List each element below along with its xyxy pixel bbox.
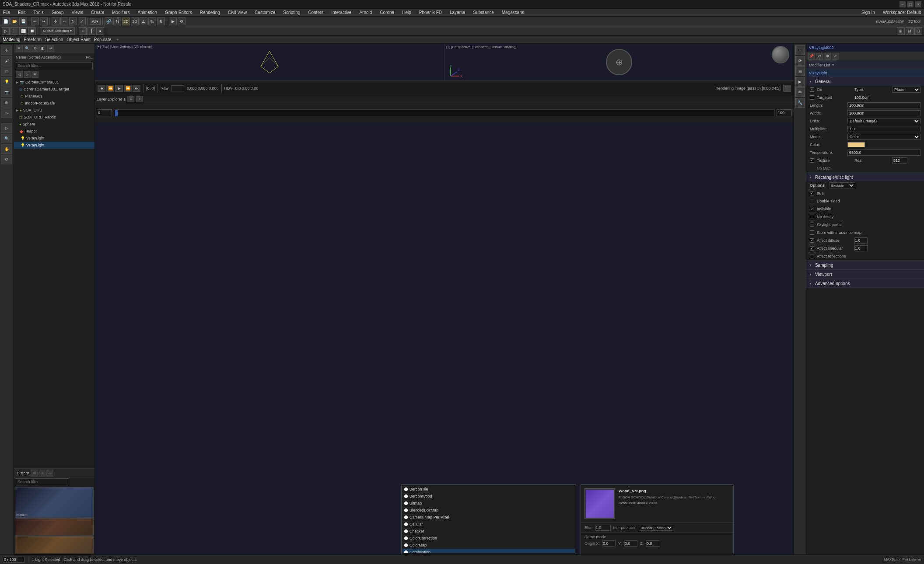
affect-reflections-checkbox[interactable] xyxy=(810,254,814,258)
tree-item-sphere[interactable]: ● Sphere xyxy=(14,121,94,128)
move-button[interactable]: ↔ xyxy=(60,17,68,25)
array-btn[interactable]: ⊡ xyxy=(914,27,922,35)
tl-start-btn[interactable]: ⏮ xyxy=(98,85,105,92)
snap3d-button[interactable]: 3D xyxy=(131,17,139,25)
timeline-track[interactable] xyxy=(114,109,775,116)
thumbnail-1[interactable]: Interior xyxy=(15,487,94,518)
sidebar-paint-icon[interactable]: 🖌 xyxy=(1,56,12,66)
sidebar-zoom-icon[interactable]: 🔍 xyxy=(1,134,12,143)
menu-modifiers[interactable]: Modifiers xyxy=(111,10,131,15)
percent-snap-button[interactable]: % xyxy=(148,17,156,25)
timeline-start-input[interactable] xyxy=(97,109,112,116)
sidebar-space-warp-icon[interactable]: 〜 xyxy=(1,108,12,118)
mode-object-paint[interactable]: Object Paint xyxy=(66,37,90,42)
menu-civil-view[interactable]: Civil View xyxy=(227,10,248,15)
menu-phoenix[interactable]: Phoenix FD xyxy=(418,10,443,15)
sub-btn-2[interactable]: ⬛ xyxy=(10,27,18,35)
se-collapse-all[interactable]: ◁ xyxy=(16,71,23,78)
timeline-end-input[interactable] xyxy=(777,109,792,116)
spinner-snap-button[interactable]: ⇅ xyxy=(157,17,165,25)
map-bitmap[interactable]: Bitmap xyxy=(402,500,575,507)
origin-y-input[interactable] xyxy=(624,540,637,547)
modifier-vraylight-item[interactable]: VRayLight xyxy=(806,69,924,77)
texture-res-input[interactable] xyxy=(892,157,907,164)
sub-btn-1[interactable]: ▷ xyxy=(2,27,10,35)
mode-extra-btn[interactable]: + xyxy=(116,38,119,42)
open-button[interactable]: 📂 xyxy=(10,17,18,25)
modifier-history-btn[interactable]: ⏱ xyxy=(816,53,823,60)
map-camera-per-pixel[interactable]: Camera Map Per Pixel xyxy=(402,514,575,521)
tl-next-btn[interactable]: ⏩ xyxy=(124,85,132,92)
cmd-hierarchy-icon[interactable]: ⊞ xyxy=(795,66,805,76)
frame-counter[interactable] xyxy=(3,557,24,563)
se-layer-btn[interactable]: ◧ xyxy=(39,45,46,52)
layer-add-btn[interactable]: + xyxy=(136,96,143,102)
history-search-input[interactable] xyxy=(16,478,68,485)
map-bercon-tile[interactable]: BerconTile xyxy=(402,486,575,493)
tree-item-teapot[interactable]: 🫖 Teapot xyxy=(14,128,94,135)
sidebar-pan-icon[interactable]: ✋ xyxy=(1,144,12,154)
new-button[interactable]: 📄 xyxy=(2,17,10,25)
menu-create[interactable]: Create xyxy=(90,10,105,15)
no-decay-checkbox[interactable] xyxy=(810,215,814,219)
vertex-btn[interactable]: ● xyxy=(96,27,104,35)
tl-end-btn[interactable]: ⏭ xyxy=(133,85,140,92)
sidebar-orbit-icon[interactable]: ↺ xyxy=(1,155,12,164)
map-combustion[interactable]: Combustion xyxy=(402,549,575,553)
se-expand-all[interactable]: ▷ xyxy=(24,71,31,78)
minimize-button[interactable]: − xyxy=(900,1,906,7)
origin-x-input[interactable] xyxy=(602,540,616,547)
affect-diffuse-checkbox[interactable]: ✓ xyxy=(810,238,814,243)
modifier-pin-btn[interactable]: 📌 xyxy=(808,53,815,60)
layer-settings-btn[interactable]: ⚙ xyxy=(127,96,134,102)
exclude-select[interactable]: Exclude xyxy=(829,182,855,188)
texture-checkbox[interactable]: ✓ xyxy=(810,158,814,163)
scene-search-input[interactable] xyxy=(16,62,93,69)
se-toggle-btn[interactable]: ≡ xyxy=(16,45,23,52)
sidebar-select-icon[interactable]: ✛ xyxy=(1,45,12,55)
viewport-perspective[interactable]: [+] [Perspective] [Standard] [Default Sh… xyxy=(444,44,794,80)
store-irradiance-checkbox[interactable] xyxy=(810,230,814,235)
menu-layama[interactable]: Layama xyxy=(448,10,467,15)
targeted-checkbox[interactable] xyxy=(810,95,814,100)
menu-rendering[interactable]: Rendering xyxy=(199,10,221,15)
mode-selection[interactable]: Selection xyxy=(45,37,63,42)
cmd-display-icon[interactable]: 👁 xyxy=(795,87,805,97)
undo-button[interactable]: ↩ xyxy=(31,17,39,25)
menu-interactive[interactable]: Interactive xyxy=(330,10,353,15)
thumbnail-3[interactable] xyxy=(15,536,94,554)
cmd-create-icon[interactable]: + xyxy=(795,45,805,55)
skylight-portal-checkbox[interactable] xyxy=(810,223,814,227)
general-section-header[interactable]: ▼ General xyxy=(806,77,924,86)
menu-edit[interactable]: Edit xyxy=(17,10,27,15)
invisible-checkbox[interactable]: ✓ xyxy=(810,207,814,211)
modifier-expand-btn[interactable]: ⤢ xyxy=(832,53,839,60)
menu-help[interactable]: Help xyxy=(401,10,413,15)
viewport-navigate-icon[interactable]: ⊕ xyxy=(606,49,632,75)
menu-content[interactable]: Content xyxy=(307,10,325,15)
tree-item-camera[interactable]: ▶ 📷 CoronaCamera001 xyxy=(14,79,94,86)
cmd-motion-icon[interactable]: ▶ xyxy=(795,77,805,87)
sub-btn-4[interactable]: 🔲 xyxy=(28,27,36,35)
menu-corona[interactable]: Corona xyxy=(378,10,396,15)
snap2d-button[interactable]: 2D xyxy=(122,17,130,25)
menu-views[interactable]: Views xyxy=(70,10,85,15)
modifier-dropdown-arrow[interactable]: ▾ xyxy=(832,63,834,67)
tree-item-orb[interactable]: ▶ ● SOA_ORB xyxy=(14,107,94,114)
unlink-button[interactable]: ⛓ xyxy=(113,17,121,25)
map-bercon-wood[interactable]: BerconWood xyxy=(402,493,575,500)
modifier-settings-btn[interactable]: ⚙ xyxy=(824,53,831,60)
tree-item-plane[interactable]: ◻ PlaneG01 xyxy=(14,93,94,100)
mode-freeform[interactable]: Freeform xyxy=(24,37,42,42)
select-filter-dropdown[interactable]: All ▾ xyxy=(90,18,101,25)
menu-arnold[interactable]: Arnold xyxy=(358,10,373,15)
cmd-modify-icon[interactable]: ⟳ xyxy=(795,56,805,66)
maximize-button[interactable]: □ xyxy=(907,1,914,7)
sidebar-camera-icon[interactable]: 📷 xyxy=(1,87,12,97)
interpolation-select[interactable]: Bilinear (Faster) xyxy=(639,525,673,531)
close-button[interactable]: × xyxy=(915,1,921,7)
menu-substance[interactable]: Substance xyxy=(472,10,495,15)
origin-z-input[interactable] xyxy=(646,540,659,547)
thumbnail-2[interactable] xyxy=(15,518,94,536)
affect-specular-input[interactable] xyxy=(854,245,868,251)
